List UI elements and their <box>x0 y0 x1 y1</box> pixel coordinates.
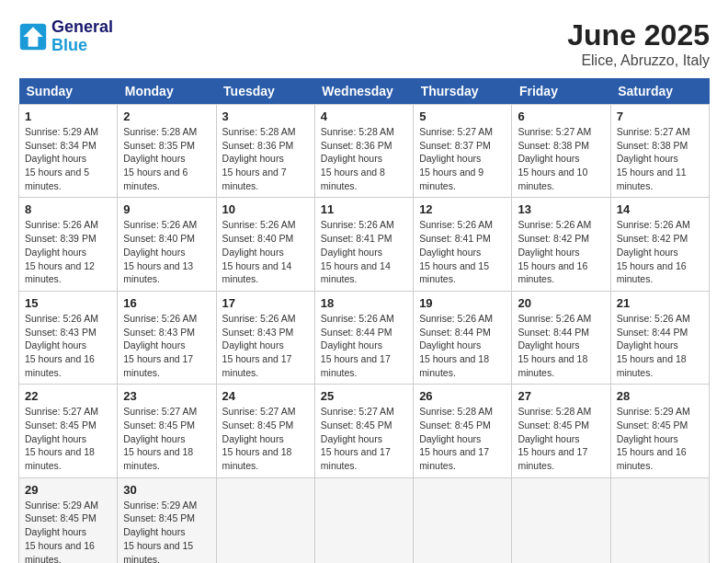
calendar-cell <box>414 477 512 563</box>
col-header-wednesday: Wednesday <box>314 78 413 105</box>
cell-info: Sunrise: 5:26 AMSunset: 8:44 PMDaylight … <box>518 312 604 379</box>
day-number: 19 <box>419 296 506 310</box>
calendar-cell <box>314 477 413 563</box>
col-header-friday: Friday <box>512 78 610 105</box>
day-number: 26 <box>419 389 506 403</box>
calendar-cell: 11Sunrise: 5:26 AMSunset: 8:41 PMDayligh… <box>314 198 413 291</box>
cell-info: Sunrise: 5:28 AMSunset: 8:36 PMDaylight … <box>222 125 309 192</box>
logo-text: General Blue <box>51 18 113 55</box>
calendar-cell: 25Sunrise: 5:27 AMSunset: 8:45 PMDayligh… <box>314 385 413 477</box>
day-number: 8 <box>25 202 111 216</box>
day-number: 23 <box>123 389 210 403</box>
calendar-cell: 21Sunrise: 5:26 AMSunset: 8:44 PMDayligh… <box>610 291 709 384</box>
day-number: 27 <box>518 389 604 403</box>
cell-info: Sunrise: 5:27 AMSunset: 8:37 PMDaylight … <box>419 125 506 192</box>
calendar-cell: 20Sunrise: 5:26 AMSunset: 8:44 PMDayligh… <box>512 291 610 384</box>
day-number: 29 <box>25 483 111 497</box>
cell-info: Sunrise: 5:26 AMSunset: 8:42 PMDaylight … <box>617 218 703 285</box>
day-number: 2 <box>123 109 210 123</box>
cell-info: Sunrise: 5:26 AMSunset: 8:40 PMDaylight … <box>123 218 210 285</box>
calendar-cell: 8Sunrise: 5:26 AMSunset: 8:39 PMDaylight… <box>19 198 118 291</box>
cell-info: Sunrise: 5:28 AMSunset: 8:45 PMDaylight … <box>419 405 506 472</box>
calendar-week-5: 29Sunrise: 5:29 AMSunset: 8:45 PMDayligh… <box>19 477 710 563</box>
cell-info: Sunrise: 5:28 AMSunset: 8:36 PMDaylight … <box>321 125 407 192</box>
cell-info: Sunrise: 5:26 AMSunset: 8:39 PMDaylight … <box>25 218 111 285</box>
calendar-cell: 7Sunrise: 5:27 AMSunset: 8:38 PMDaylight… <box>610 105 709 198</box>
cell-info: Sunrise: 5:26 AMSunset: 8:43 PMDaylight … <box>222 312 309 379</box>
calendar-table: SundayMondayTuesdayWednesdayThursdayFrid… <box>18 78 710 563</box>
cell-info: Sunrise: 5:26 AMSunset: 8:41 PMDaylight … <box>321 218 407 285</box>
month-title: June 2025 <box>567 18 710 52</box>
calendar-cell: 9Sunrise: 5:26 AMSunset: 8:40 PMDaylight… <box>118 198 216 291</box>
calendar-cell: 23Sunrise: 5:27 AMSunset: 8:45 PMDayligh… <box>118 385 216 477</box>
day-number: 25 <box>321 389 407 403</box>
logo: General Blue <box>18 18 113 55</box>
col-header-monday: Monday <box>118 78 216 105</box>
cell-info: Sunrise: 5:26 AMSunset: 8:41 PMDaylight … <box>419 218 506 285</box>
cell-info: Sunrise: 5:29 AMSunset: 8:45 PMDaylight … <box>617 405 703 472</box>
day-number: 11 <box>321 202 407 216</box>
day-number: 9 <box>123 202 210 216</box>
calendar-cell: 29Sunrise: 5:29 AMSunset: 8:45 PMDayligh… <box>19 477 118 563</box>
calendar-cell: 14Sunrise: 5:26 AMSunset: 8:42 PMDayligh… <box>610 198 709 291</box>
calendar-cell: 15Sunrise: 5:26 AMSunset: 8:43 PMDayligh… <box>19 291 118 384</box>
day-number: 5 <box>419 109 506 123</box>
cell-info: Sunrise: 5:27 AMSunset: 8:45 PMDaylight … <box>222 405 309 472</box>
title-block: June 2025 Elice, Abruzzo, Italy <box>567 18 710 69</box>
calendar-cell: 17Sunrise: 5:26 AMSunset: 8:43 PMDayligh… <box>216 291 314 384</box>
page-header: General Blue June 2025 Elice, Abruzzo, I… <box>18 18 710 69</box>
day-number: 16 <box>123 296 210 310</box>
calendar-cell <box>216 477 314 563</box>
day-number: 1 <box>25 109 111 123</box>
day-number: 15 <box>25 296 111 310</box>
cell-info: Sunrise: 5:28 AMSunset: 8:45 PMDaylight … <box>518 405 604 472</box>
col-header-thursday: Thursday <box>414 78 512 105</box>
cell-info: Sunrise: 5:26 AMSunset: 8:43 PMDaylight … <box>25 312 111 379</box>
calendar-cell: 27Sunrise: 5:28 AMSunset: 8:45 PMDayligh… <box>512 385 610 477</box>
calendar-cell: 30Sunrise: 5:29 AMSunset: 8:45 PMDayligh… <box>118 477 216 563</box>
day-number: 20 <box>518 296 604 310</box>
calendar-cell: 16Sunrise: 5:26 AMSunset: 8:43 PMDayligh… <box>118 291 216 384</box>
day-number: 12 <box>419 202 506 216</box>
cell-info: Sunrise: 5:26 AMSunset: 8:43 PMDaylight … <box>123 312 210 379</box>
cell-info: Sunrise: 5:27 AMSunset: 8:38 PMDaylight … <box>518 125 604 192</box>
col-header-sunday: Sunday <box>19 78 118 105</box>
calendar-week-1: 1Sunrise: 5:29 AMSunset: 8:34 PMDaylight… <box>19 105 710 198</box>
calendar-cell: 19Sunrise: 5:26 AMSunset: 8:44 PMDayligh… <box>414 291 512 384</box>
calendar-cell: 28Sunrise: 5:29 AMSunset: 8:45 PMDayligh… <box>610 385 709 477</box>
day-number: 14 <box>617 202 703 216</box>
col-header-saturday: Saturday <box>610 78 709 105</box>
calendar-cell: 10Sunrise: 5:26 AMSunset: 8:40 PMDayligh… <box>216 198 314 291</box>
day-number: 21 <box>617 296 703 310</box>
calendar-week-4: 22Sunrise: 5:27 AMSunset: 8:45 PMDayligh… <box>19 385 710 477</box>
day-number: 6 <box>518 109 604 123</box>
calendar-cell: 3Sunrise: 5:28 AMSunset: 8:36 PMDaylight… <box>216 105 314 198</box>
day-number: 18 <box>321 296 407 310</box>
day-number: 10 <box>222 202 309 216</box>
col-header-tuesday: Tuesday <box>216 78 314 105</box>
calendar-cell: 22Sunrise: 5:27 AMSunset: 8:45 PMDayligh… <box>19 385 118 477</box>
calendar-cell: 13Sunrise: 5:26 AMSunset: 8:42 PMDayligh… <box>512 198 610 291</box>
calendar-week-2: 8Sunrise: 5:26 AMSunset: 8:39 PMDaylight… <box>19 198 710 291</box>
day-number: 13 <box>518 202 604 216</box>
day-number: 3 <box>222 109 309 123</box>
day-number: 17 <box>222 296 309 310</box>
cell-info: Sunrise: 5:26 AMSunset: 8:42 PMDaylight … <box>518 218 604 285</box>
logo-icon <box>18 22 48 52</box>
cell-info: Sunrise: 5:26 AMSunset: 8:44 PMDaylight … <box>419 312 506 379</box>
cell-info: Sunrise: 5:29 AMSunset: 8:45 PMDaylight … <box>25 499 111 563</box>
location: Elice, Abruzzo, Italy <box>567 52 710 69</box>
calendar-cell: 12Sunrise: 5:26 AMSunset: 8:41 PMDayligh… <box>414 198 512 291</box>
day-number: 7 <box>617 109 703 123</box>
cell-info: Sunrise: 5:26 AMSunset: 8:44 PMDaylight … <box>321 312 407 379</box>
day-number: 30 <box>123 483 210 497</box>
day-number: 4 <box>321 109 407 123</box>
cell-info: Sunrise: 5:29 AMSunset: 8:45 PMDaylight … <box>123 499 210 563</box>
header-row: SundayMondayTuesdayWednesdayThursdayFrid… <box>19 78 710 105</box>
day-number: 22 <box>25 389 111 403</box>
cell-info: Sunrise: 5:27 AMSunset: 8:45 PMDaylight … <box>123 405 210 472</box>
day-number: 24 <box>222 389 309 403</box>
day-number: 28 <box>617 389 703 403</box>
calendar-cell <box>512 477 610 563</box>
calendar-cell: 5Sunrise: 5:27 AMSunset: 8:37 PMDaylight… <box>414 105 512 198</box>
